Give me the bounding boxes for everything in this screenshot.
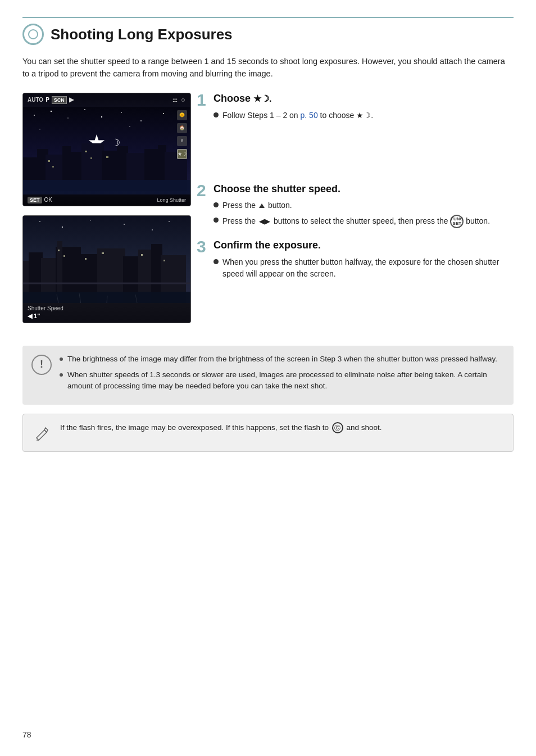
ok-label: OK <box>44 197 52 203</box>
svg-point-37 <box>169 221 170 222</box>
svg-rect-28 <box>85 151 87 152</box>
page-link[interactable]: p. 50 <box>301 111 318 120</box>
note-bullet-dot <box>60 357 63 361</box>
step-1-bullet-1: Follow Steps 1 – 2 on p. 50 to choose ★☽… <box>214 110 514 121</box>
step-2-bullet-2-text: Press the ◀▶ buttons to select the shutt… <box>222 215 490 228</box>
svg-point-1 <box>34 115 35 116</box>
step-3-bullet-1: When you press the shutter button halfwa… <box>214 256 514 280</box>
svg-point-6 <box>121 112 122 113</box>
caution-box: ! The brightness of the image may differ… <box>22 346 514 405</box>
caution-content: The brightness of the image may differ f… <box>60 354 505 397</box>
svg-rect-57 <box>85 258 87 260</box>
page-title: Shooting Long Exposures <box>51 26 233 43</box>
toolbar-auto: AUTO <box>28 97 43 103</box>
step-2-bullet-1: Press the button. <box>214 200 514 211</box>
tip-text-content: If the flash fires, the image may be ove… <box>60 423 382 432</box>
caution-bullet-1-text: The brightness of the image may differ f… <box>67 354 497 365</box>
night-sky-svg: ★ ☽ <box>23 107 190 194</box>
svg-point-9 <box>39 129 40 129</box>
step-2-bullet-1-text: Press the button. <box>222 200 292 211</box>
step-3-bullets: When you press the shutter button halfwa… <box>214 256 514 280</box>
steps-column: 1 Choose ★☽. Follow Steps 1 – 2 on p. 50… <box>201 93 514 332</box>
camera-screen-top: AUTO P SCN ▶ ☷ ☺ <box>23 93 190 206</box>
images-column: AUTO P SCN ▶ ☷ ☺ <box>22 93 191 332</box>
caution-bullet-2-text: When shutter speeds of 1.3 seconds or sl… <box>67 369 505 392</box>
camera-screen-1: AUTO P SCN ▶ ☷ ☺ <box>22 93 191 206</box>
svg-point-36 <box>152 229 153 230</box>
camera-screen-2: Shutter Speed ◀ 1" <box>22 215 191 323</box>
svg-point-8 <box>163 113 164 114</box>
svg-point-7 <box>140 120 142 121</box>
svg-rect-27 <box>52 166 54 168</box>
pencil-icon <box>32 423 52 443</box>
caution-bullet-1: The brightness of the image may differ f… <box>60 354 505 365</box>
tip-box: If the flash fires, the image may be ove… <box>22 414 514 452</box>
tip-text: If the flash fires, the image may be ove… <box>60 422 504 434</box>
svg-point-3 <box>67 117 69 119</box>
camera-bottom-bar-1: SET OK Long Shutter <box>23 194 190 206</box>
svg-rect-58 <box>102 252 104 254</box>
toolbar-p: P <box>46 97 49 103</box>
step-3-number: 3 <box>197 238 206 255</box>
cam-icon-3: 8 <box>177 136 187 146</box>
step-1: 1 Choose ★☽. Follow Steps 1 – 2 on p. 50… <box>201 93 514 121</box>
svg-rect-30 <box>106 156 108 158</box>
step-1-bullets: Follow Steps 1 – 2 on p. 50 to choose ★☽… <box>214 110 514 121</box>
page-number: 78 <box>22 730 31 739</box>
camera-right-icons: 🌞 🏠 8 ★☽ <box>177 110 187 159</box>
svg-point-32 <box>39 221 40 222</box>
pencil-svg <box>34 425 50 441</box>
camera-scene-1: ★ ☽ <box>23 107 190 194</box>
up-arrow-icon <box>259 203 265 208</box>
step-3-content: Confirm the exposure. When you press the… <box>201 239 514 280</box>
svg-rect-26 <box>48 160 50 162</box>
left-right-arrows-icon: ◀▶ <box>259 216 270 227</box>
svg-point-10 <box>129 126 130 127</box>
note-bullet-dot <box>60 373 63 377</box>
svg-rect-59 <box>141 254 143 256</box>
cam-icon-selected: ★☽ <box>177 149 187 159</box>
step-2-number: 2 <box>197 182 206 199</box>
camera-toolbar: AUTO P SCN ▶ ☷ ☺ <box>23 93 190 107</box>
long-shutter-label: Long Shutter <box>157 197 186 203</box>
step-3-title: Confirm the exposure. <box>214 239 514 252</box>
intro-text: You can set the shutter speed to a range… <box>22 55 514 80</box>
caution-icon: ! <box>31 355 52 375</box>
star-moon-icon: ★☽. <box>253 94 271 103</box>
svg-rect-60 <box>163 260 165 261</box>
grid-icon: ☷ <box>172 97 178 103</box>
svg-rect-56 <box>63 255 65 257</box>
cam-icon-1: 🌞 <box>177 110 187 120</box>
shutter-speed-value: ◀ 1" <box>28 313 186 320</box>
step-2-bullet-2: Press the ◀▶ buttons to select the shutt… <box>214 215 514 228</box>
flash-off-icon: Ⓒ <box>332 422 343 433</box>
face-icon: ☺ <box>180 97 186 103</box>
caution-bullet-2: When shutter speeds of 1.3 seconds or sl… <box>60 369 505 392</box>
step-1-bullet-text: Follow Steps 1 – 2 on p. 50 to choose ★☽… <box>222 110 373 121</box>
step-1-number: 1 <box>197 92 206 108</box>
svg-rect-29 <box>90 157 92 159</box>
step-2: 2 Choose the shutter speed. Press the bu… <box>201 183 514 229</box>
city2-scene <box>23 216 190 303</box>
content-area: AUTO P SCN ▶ ☷ ☺ <box>22 93 514 332</box>
step-3-bullet-text: When you press the shutter button halfwa… <box>222 256 514 280</box>
func-set-button-icon: FUNCSET <box>450 215 464 228</box>
night-sky-2-svg <box>23 216 190 303</box>
bullet-dot <box>214 218 219 223</box>
step-2-content: Choose the shutter speed. Press the butt… <box>201 183 514 229</box>
step-2-title: Choose the shutter speed. <box>214 183 514 196</box>
shutter-speed-bar: Shutter Speed ◀ 1" <box>23 303 190 323</box>
set-ok-bar: SET OK <box>28 197 52 203</box>
step-2-bullets: Press the button. Press the ◀▶ buttons t… <box>214 200 514 228</box>
cam-icon-2: 🏠 <box>177 123 187 133</box>
svg-point-34 <box>90 220 91 221</box>
camera-circle-icon <box>22 24 44 45</box>
toolbar-arrow: ▶ <box>69 96 74 103</box>
shutter-speed-label: Shutter Speed <box>28 305 186 311</box>
svg-point-4 <box>84 109 85 110</box>
svg-point-33 <box>62 227 63 228</box>
svg-rect-55 <box>58 250 60 251</box>
bullet-dot <box>214 259 219 264</box>
svg-rect-25 <box>23 180 190 194</box>
step-1-content: Choose ★☽. Follow Steps 1 – 2 on p. 50 t… <box>201 93 514 121</box>
